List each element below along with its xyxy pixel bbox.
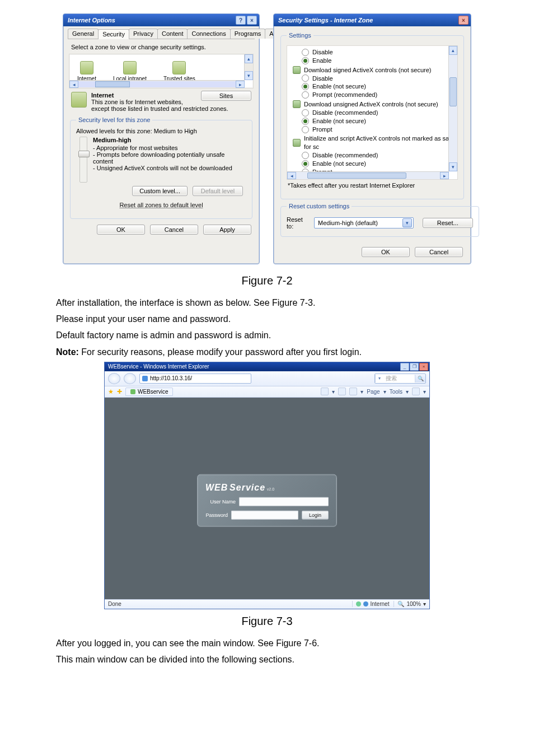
security-level-legend: Security level for this zone xyxy=(76,116,152,123)
close-icon[interactable]: × xyxy=(247,16,257,25)
chevron-down-icon[interactable]: ▾ xyxy=(402,218,412,227)
ok-button[interactable]: OK xyxy=(97,225,145,235)
zones-vscroll[interactable]: ▴ ▾ xyxy=(244,54,253,80)
forward-button[interactable] xyxy=(124,373,136,384)
body-p1: After installation, the interface is sho… xyxy=(56,296,478,309)
radio-init-disable[interactable]: Disable (recommended) xyxy=(291,151,457,160)
close-icon[interactable]: × xyxy=(419,363,428,371)
trusted-icon xyxy=(172,61,186,74)
search-icon[interactable]: 🔍 xyxy=(415,375,425,382)
reset-button[interactable]: Reset... xyxy=(423,218,473,228)
radio-signed-prompt[interactable]: Prompt (recommended) xyxy=(291,91,457,99)
group-download-signed: Download signed ActiveX controls (not se… xyxy=(291,66,457,74)
io-titlebar: Internet Options ? × xyxy=(63,14,259,26)
reset-custom-legend: Reset custom settings xyxy=(287,203,352,209)
ss-titlebar: Security Settings - Internet Zone × xyxy=(274,14,471,26)
tab-connections[interactable]: Connections xyxy=(187,29,230,39)
reset-to-select[interactable]: Medium-high (default) ▾ xyxy=(314,217,414,228)
activex-icon xyxy=(293,139,301,147)
radio-signed-enable[interactable]: Enable (not secure) xyxy=(291,82,457,91)
body-p4: After you logged in, you can see the mai… xyxy=(56,637,478,650)
page-menu[interactable]: Page xyxy=(367,389,380,395)
tools-menu[interactable]: Tools xyxy=(390,389,402,395)
activex-icon xyxy=(293,66,301,74)
scroll-right-icon[interactable]: ▸ xyxy=(236,81,245,88)
cancel-button[interactable]: Cancel xyxy=(150,225,198,235)
zone-internet[interactable]: Internet xyxy=(77,61,96,82)
sites-button[interactable]: Sites xyxy=(201,91,251,101)
status-zone[interactable]: Internet xyxy=(352,601,390,607)
vscroll-thumb[interactable] xyxy=(449,77,457,106)
scroll-left-icon[interactable]: ◂ xyxy=(69,81,78,88)
settings-vscroll[interactable]: ▴ ▾ xyxy=(448,46,457,171)
add-favorite-icon[interactable]: ✚ xyxy=(117,388,122,395)
radio-unsigned-prompt[interactable]: Prompt xyxy=(291,125,457,134)
username-input[interactable] xyxy=(239,497,329,506)
zone-local-intranet[interactable]: Local intranet xyxy=(113,61,147,82)
tab-content[interactable]: Content xyxy=(157,29,188,39)
settings-hscroll[interactable]: ◂ ▸ xyxy=(287,171,449,179)
scroll-up-icon[interactable]: ▴ xyxy=(245,54,253,63)
favorites-icon[interactable]: ★ xyxy=(108,388,114,395)
feed-icon[interactable] xyxy=(338,388,346,395)
tab-security[interactable]: Security xyxy=(98,29,129,39)
reset-all-zones-button[interactable]: Reset all zones to default level xyxy=(119,202,203,208)
login-button[interactable]: Login xyxy=(302,511,329,520)
back-button[interactable] xyxy=(108,373,120,384)
security-slider[interactable] xyxy=(79,137,87,183)
print-icon[interactable] xyxy=(349,388,357,395)
scroll-left-icon[interactable]: ◂ xyxy=(287,172,296,179)
intranet-icon xyxy=(123,61,137,74)
scroll-down-icon[interactable]: ▾ xyxy=(245,71,253,80)
group-download-unsigned: Download unsigned ActiveX controls (not … xyxy=(291,100,457,109)
radio-generic-enable[interactable]: Enable xyxy=(291,57,457,65)
browser-titlebar: WEBservice - Windows Internet Explorer _… xyxy=(105,362,429,371)
page-icon xyxy=(142,376,148,381)
radio-unsigned-disable[interactable]: Disable (recommended) xyxy=(291,109,457,117)
browser-tab[interactable]: WEBservice xyxy=(125,388,173,396)
ok-button[interactable]: OK xyxy=(362,247,410,257)
zone-large-icon xyxy=(71,92,87,108)
default-level-button[interactable]: Default level xyxy=(193,186,243,196)
close-icon[interactable]: × xyxy=(458,16,469,25)
status-zoom[interactable]: 🔍 100% ▾ xyxy=(394,601,426,607)
zones-hscroll[interactable]: ◂ ▸ xyxy=(69,80,245,88)
apply-button[interactable]: Apply xyxy=(203,225,251,235)
globe-dot-icon xyxy=(363,601,368,606)
body-p3: Default factory name is admin and passwo… xyxy=(56,329,478,342)
help-icon[interactable] xyxy=(412,388,420,395)
custom-level-button[interactable]: Custom level... xyxy=(132,186,188,196)
chevron-down-icon[interactable]: ▾ xyxy=(375,375,383,382)
radio-generic-disable[interactable]: Disable xyxy=(291,48,457,57)
reset-custom-group: Reset custom settings Reset to: Medium-h… xyxy=(280,203,479,237)
scroll-up-icon[interactable]: ▴ xyxy=(449,46,457,55)
hscroll-thumb[interactable] xyxy=(307,172,406,179)
product-logo-sub: Service xyxy=(229,483,265,492)
username-label: User Name xyxy=(205,499,236,505)
settings-listbox[interactable]: Disable Enable Download signed ActiveX c… xyxy=(287,45,458,180)
search-box[interactable]: ▾ 搜索 🔍 xyxy=(374,374,426,384)
help-icon[interactable]: ? xyxy=(236,16,246,25)
tab-privacy[interactable]: Privacy xyxy=(129,29,158,39)
zone-picker[interactable]: Internet Local intranet Trusted sites ▴ … xyxy=(69,54,254,88)
radio-unsigned-enable[interactable]: Enable (not secure) xyxy=(291,117,457,125)
cancel-button[interactable]: Cancel xyxy=(415,247,463,257)
tab-programs[interactable]: Programs xyxy=(230,29,266,39)
globe-icon xyxy=(80,61,93,74)
tab-general[interactable]: General xyxy=(68,29,99,39)
body-note: Note: For security reasons, please modif… xyxy=(56,346,478,358)
scroll-down-icon[interactable]: ▾ xyxy=(449,162,457,171)
internet-options-dialog: Internet Options ? × General Security Pr… xyxy=(63,13,260,264)
hscroll-thumb[interactable] xyxy=(95,81,130,87)
minimize-icon[interactable]: _ xyxy=(400,363,409,371)
maximize-icon[interactable]: ❐ xyxy=(410,363,419,371)
radio-init-enable[interactable]: Enable (not secure) xyxy=(291,160,457,168)
home-icon[interactable] xyxy=(321,388,329,395)
slider-thumb[interactable] xyxy=(78,151,90,157)
address-bar[interactable]: http://10.10.3.16/ xyxy=(139,374,251,384)
password-input[interactable] xyxy=(231,511,298,520)
radio-signed-disable[interactable]: Disable xyxy=(291,74,457,83)
io-tabstrip: General Security Privacy Content Connect… xyxy=(68,29,255,39)
scroll-right-icon[interactable]: ▸ xyxy=(440,172,449,179)
zone-trusted-sites[interactable]: Trusted sites xyxy=(163,61,195,82)
